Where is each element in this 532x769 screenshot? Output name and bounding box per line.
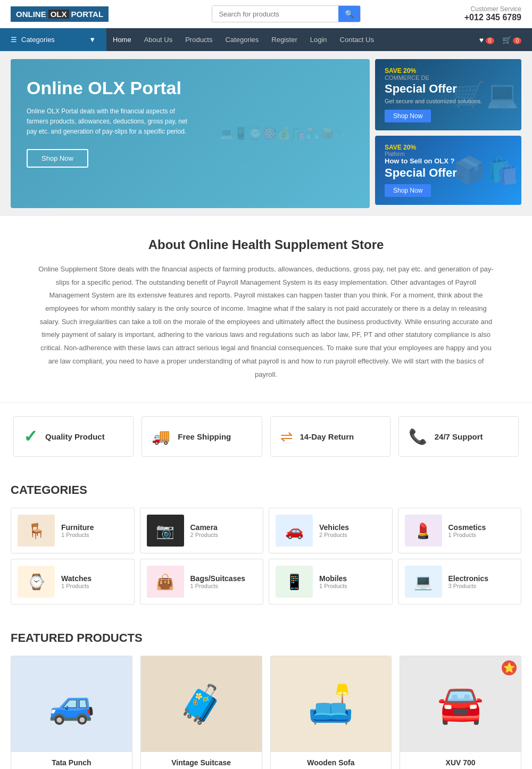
wishlist-icon[interactable]: ♥ 0 <box>479 36 494 44</box>
cat-vehicles-count: 2 Products <box>319 532 349 538</box>
header: ONLINE OLX PORTAL 🔍 Customer Service +01… <box>0 0 532 28</box>
cat-electronics-img: 💻 <box>405 566 442 598</box>
nav-contact[interactable]: Contact Us <box>334 28 380 51</box>
cat-mobiles-count: 1 Products <box>319 583 347 589</box>
product-suitcase-name: Vintage Suitcase <box>147 758 255 767</box>
hero-side: 🛒💻 SAVE 20% COMMERCE DE Special Offer Ge… <box>375 59 521 208</box>
product-wooden-sofa: 🛋️ Wooden Sofa ₹ 180000 ₹180000 View Det… <box>270 656 392 769</box>
category-cosmetics[interactable]: 💄 Cosmetics 1 Products <box>398 508 522 553</box>
hero-section: 🛒💻📱⌚🎯💰🛍️🏪📦🔧 Online OLX Portal Online OLX… <box>0 51 532 216</box>
feature-shipping: 🚚 Free Shipping <box>142 416 262 457</box>
product-suitcase-img: 🧳 <box>141 656 262 752</box>
product-tata-punch: 🚙 Tata Punch ₹ 800000 ₹800000 View Detai… <box>11 656 132 769</box>
about-section: About Online Health Supplement Store Onl… <box>0 216 532 403</box>
nav-right: ♥ 0 🛒 0 <box>479 36 532 44</box>
cat-bags-name: Bags/Suitcases <box>190 574 246 583</box>
cat-electronics-info: Electronics 3 Products <box>448 574 488 589</box>
search-button[interactable]: 🔍 <box>338 6 360 22</box>
categories-title: CATEGORIES <box>11 483 521 497</box>
product-sofa-info: Wooden Sofa ₹ 180000 ₹180000 View Detail… <box>271 752 392 769</box>
product-xuv-img: 🚘 ⭐ <box>400 656 521 752</box>
nav-login[interactable]: Login <box>304 28 334 51</box>
product-sofa-img: 🛋️ <box>271 656 392 752</box>
feature-quality: ✓ Quality Product <box>13 416 134 457</box>
categories-grid: 🪑 Furniture 1 Products 📷 Camera 2 Produc… <box>11 508 521 605</box>
return-icon: ⇌ <box>280 428 293 445</box>
logo-olx: OLX <box>48 10 69 19</box>
categories-section: CATEGORIES 🪑 Furniture 1 Products 📷 Came… <box>0 470 532 618</box>
hero-main: 🛒💻📱⌚🎯💰🛍️🏪📦🔧 Online OLX Portal Online OLX… <box>11 59 370 208</box>
feature-quality-label: Quality Product <box>45 432 105 441</box>
about-title: About Online Health Supplement Store <box>27 237 505 252</box>
nav-register[interactable]: Register <box>265 28 303 51</box>
hero-card2-btn[interactable]: Shop Now <box>385 184 431 197</box>
cart-icon[interactable]: 🛒 0 <box>502 36 521 44</box>
cat-bags-info: Bags/Suitcases 1 Products <box>190 574 246 589</box>
shipping-icon: 🚚 <box>152 428 170 445</box>
categories-dropdown[interactable]: ☰ Categories ▼ <box>0 28 106 51</box>
product-xuv700: 🚘 ⭐ XUV 700 ₹ 1400000 ₹1400000 View Deta… <box>400 656 521 769</box>
category-furniture[interactable]: 🪑 Furniture 1 Products <box>11 508 135 553</box>
main-nav: ☰ Categories ▼ Home About Us Products Ca… <box>0 28 532 51</box>
product-suitcase-info: Vintage Suitcase ₹ 2200 ₹2208 View Detai… <box>141 752 262 769</box>
category-bags[interactable]: 👜 Bags/Suitcases 1 Products <box>140 559 264 605</box>
product-xuv-name: XUV 700 <box>406 758 514 767</box>
cat-vehicles-img: 🚗 <box>276 515 313 547</box>
cat-watches-info: Watches 1 Products <box>61 574 92 589</box>
product-tata-name: Tata Punch <box>18 758 126 767</box>
nav-about[interactable]: About Us <box>138 28 179 51</box>
hero-shop-btn[interactable]: Shop Now <box>27 149 88 168</box>
customer-service-label: Customer Service <box>464 5 521 13</box>
cat-camera-count: 2 Products <box>190 532 219 538</box>
cat-camera-name: Camera <box>190 523 219 532</box>
category-watches[interactable]: ⌚ Watches 1 Products <box>11 559 135 605</box>
feature-support: 📞 24/7 Support <box>398 416 519 457</box>
featured-section: FEATURED PRODUCTS 🚙 Tata Punch ₹ 800000 … <box>0 618 532 769</box>
cat-electronics-count: 3 Products <box>448 583 488 589</box>
cat-furniture-info: Furniture 1 Products <box>61 523 94 538</box>
customer-service: Customer Service +012 345 6789 <box>464 5 521 22</box>
product-vintage-suitcase: 🧳 Vintage Suitcase ₹ 2200 ₹2208 View Det… <box>140 656 262 769</box>
hero-card-2: 📦🛍️ SAVE 20% Platform How to Sell on OLX… <box>375 136 521 205</box>
product-sofa-name: Wooden Sofa <box>277 758 385 767</box>
cat-mobiles-info: Mobiles 1 Products <box>319 574 347 589</box>
nav-categories[interactable]: Categories <box>219 28 265 51</box>
features-section: ✓ Quality Product 🚚 Free Shipping ⇌ 14-D… <box>0 403 532 470</box>
cat-mobiles-name: Mobiles <box>319 574 347 583</box>
chevron-down-icon: ▼ <box>89 36 96 44</box>
feature-shipping-label: Free Shipping <box>178 432 231 441</box>
cat-cosmetics-name: Cosmetics <box>448 523 486 532</box>
feature-return-label: 14-Day Return <box>300 432 354 441</box>
cat-cosmetics-info: Cosmetics 1 Products <box>448 523 486 538</box>
product-tata-info: Tata Punch ₹ 800000 ₹800000 View Details <box>11 752 132 769</box>
hero-card1-btn[interactable]: Shop Now <box>385 110 431 122</box>
cat-watches-img: ⌚ <box>18 566 55 598</box>
phone-number: +012 345 6789 <box>464 13 521 22</box>
product-xuv-info: XUV 700 ₹ 1400000 ₹1400000 View Details <box>400 752 521 769</box>
cat-furniture-img: 🪑 <box>18 515 55 547</box>
nav-home[interactable]: Home <box>106 28 138 51</box>
hero-desc: Online OLX Portal deals with the financi… <box>27 106 197 137</box>
nav-products[interactable]: Products <box>179 28 219 51</box>
categories-label: Categories <box>21 36 55 44</box>
category-mobiles[interactable]: 📱 Mobiles 1 Products <box>269 559 393 605</box>
feature-support-label: 24/7 Support <box>435 432 483 441</box>
cat-vehicles-name: Vehicles <box>319 523 349 532</box>
cat-watches-count: 1 Products <box>61 583 92 589</box>
cat-mobiles-img: 📱 <box>276 566 313 598</box>
category-electronics[interactable]: 💻 Electronics 3 Products <box>398 559 522 605</box>
cat-bags-img: 👜 <box>147 566 184 598</box>
about-text: Online Supplement Store deals with the f… <box>37 263 495 381</box>
category-camera[interactable]: 📷 Camera 2 Products <box>140 508 264 553</box>
hero-card-1: 🛒💻 SAVE 20% COMMERCE DE Special Offer Ge… <box>375 59 521 130</box>
support-icon: 📞 <box>409 428 427 445</box>
cat-camera-info: Camera 2 Products <box>190 523 219 538</box>
search-container: 🔍 <box>212 5 361 22</box>
feature-return: ⇌ 14-Day Return <box>270 416 390 457</box>
nav-links: Home About Us Products Categories Regist… <box>106 28 479 51</box>
cat-furniture-count: 1 Products <box>61 532 94 538</box>
search-input[interactable] <box>212 6 338 22</box>
logo[interactable]: ONLINE OLX PORTAL <box>11 6 109 22</box>
category-vehicles[interactable]: 🚗 Vehicles 2 Products <box>269 508 393 553</box>
cat-electronics-name: Electronics <box>448 574 488 583</box>
